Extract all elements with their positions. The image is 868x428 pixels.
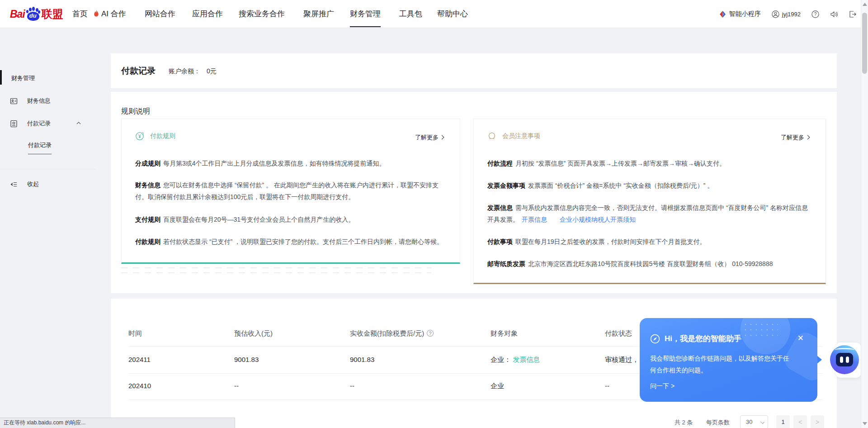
user-icon [772,10,779,18]
note-item: 发票金额事项发票票面 “价税合计” 金额=系统中 “实收金额（扣除税费后/元）”… [487,180,813,191]
compass-icon [650,334,660,344]
cell-estimated: -- [234,382,239,390]
nav-item-search[interactable]: 搜索业务合作 [239,0,285,28]
chevron-right-icon [440,135,444,140]
cell-object: 企业： 发票信息 [491,356,540,364]
collapse-sidebar-button[interactable]: 收起 [0,177,111,191]
note-item: 付款事项联盟在每月19日之后签收的发票，付款时间安排在下个月首批支付。 [487,236,813,247]
page-size-label: 每页条数 [706,418,730,427]
vertical-scrollbar[interactable] [861,0,868,428]
cell-time: 202411 [128,356,151,363]
active-indicator [0,70,2,85]
finance-info-icon [10,97,18,105]
mini-program-label: 智能小程序 [729,10,761,18]
next-page-button[interactable]: > [811,415,824,428]
nav-item-help[interactable]: 帮助中心 [437,0,468,28]
help-icon[interactable]: ? [811,10,819,18]
rule-item: 付款规则若付款状态显示 “已支付” ，说明联盟已安排了您的付款。支付后三个工作日… [135,236,447,247]
payment-record-icon [10,120,18,128]
watermark-dashes [121,267,431,268]
sidebar: 财务管理 财务信息 付款记录 付款记录 收起 [0,28,111,428]
chevron-up-icon [76,120,81,126]
nav-item-finance[interactable]: 财务管理 [350,0,381,28]
mini-program-entry[interactable]: 智能小程序 [719,10,761,18]
rule-item: 财务信息您可以在财务信息中选择 “保留付款” 。 在此期间您产生的收入将在账户内… [135,179,447,203]
sidebar-item-finance-management[interactable]: 财务管理 [0,71,111,85]
svg-text:?: ? [814,12,817,17]
col-estimated: 预估收入(元) [234,329,273,338]
chevron-right-icon [806,135,810,140]
page-number-1[interactable]: 1 [776,415,790,428]
sidebar-item-payment-record[interactable]: 付款记录 [0,117,111,130]
scroll-up-arrow[interactable] [863,3,867,6]
baidu-paw-icon: du [26,6,41,22]
rules-panel: 规则说明 付款规则 了解更多 分成规则每月第3或4个工作日产出上月分成信息及发票… [111,92,837,293]
cell-time: 202410 [128,382,151,390]
logo-text-union: 联盟 [42,7,63,21]
total-count: 共 2 条 [675,418,693,427]
payment-rules-card: 付款规则 了解更多 分成规则每月第3或4个工作日产出上月分成信息及发票信息，如有… [121,119,460,264]
nav-item-toolkit[interactable]: 工具包 [399,0,422,28]
payment-rules-more-link[interactable]: 了解更多 [415,133,443,142]
logo-text-du: du [29,12,37,19]
question-circle-icon[interactable]: ? [427,330,434,337]
scrollbar-thumb[interactable] [862,13,867,74]
col-status: 付款状态 [605,329,632,338]
invoice-info-link[interactable]: 开票信息 [522,216,547,223]
close-icon[interactable]: ✕ [797,333,804,343]
assistant-title: Hi，我是您的智能助手 [665,333,741,344]
balance-value: 0元 [207,67,217,75]
small-taxpayer-notice-link[interactable]: 企业小规模纳税人开票须知 [560,216,636,223]
logo-text-bai: Bai [10,8,25,20]
ask-link[interactable]: 问一下 > [650,382,675,390]
cell-actual: -- [350,382,354,390]
nav-item-website[interactable]: 网站合作 [145,0,175,28]
cell-status: 审核通过， [605,356,639,364]
assistant-popup: Hi，我是您的智能助手 ✕ 我会帮助您诊断合作链路问题，以及解答您关于任何合作相… [640,318,817,402]
collapse-icon [10,181,18,188]
payment-rules-icon [135,132,144,141]
page-header-panel: 付款记录 账户余额：0元 [111,53,837,88]
nav-item-app[interactable]: 应用合作 [192,0,223,28]
col-time: 时间 [128,329,142,338]
scroll-down-arrow[interactable] [863,422,867,425]
note-item: 发票信息需与系统内发票信息内容完全一致，否则无法支付。请根据发票信息页面中 “百… [487,202,813,225]
invoice-info-table-link[interactable]: 发票信息 [513,356,540,363]
speaker-icon[interactable] [830,10,838,18]
nav-item-screen[interactable]: 聚屏推广 [303,0,334,28]
assistant-robot-button[interactable] [830,345,859,374]
cell-actual: 9001.83 [350,356,374,363]
rule-item: 分成规则每月第3或4个工作日产出上月分成信息及发票信息，如有特殊情况将提前通知。 [135,157,447,169]
username: jyj1992 [782,11,801,18]
sidebar-item-finance-info[interactable]: 财务信息 [0,94,111,108]
rule-item: 支付规则百度联盟会在每月20号—31号支付企业会员上个自然月产生的收入。 [135,214,447,225]
prev-page-button[interactable]: < [793,415,807,428]
note-item: 付款流程月初按 “发票信息” 页面开具发票→上传发票→邮寄发票→审核→确认支付。 [487,157,813,169]
logout-icon[interactable] [849,10,856,18]
popup-decoration-dots [743,322,778,340]
cell-status: -- [605,382,609,390]
browser-status-bar: 正在等待 xlab.baidu.com 的响应... [0,418,235,428]
note-item: 邮寄纸质发票北京市海淀区西北旺东路10号院百度科技园5号楼 百度联盟财务组（收）… [487,258,813,270]
top-nav: Bai du 联盟 首页 AI 合作 网站合作 应用合作 搜索业务合作 聚屏推广… [0,0,868,28]
robot-face [836,353,853,366]
nav-item-ai[interactable]: AI 合作 [93,0,126,28]
flame-icon [93,10,99,17]
cell-object: 企业 [491,382,504,390]
member-notes-card-title: 会员注意事项 [502,132,540,140]
member-notes-more-link[interactable]: 了解更多 [781,133,809,142]
chevron-down-icon [760,420,764,424]
cell-estimated: 9001.83 [234,356,259,363]
watermark-dashes [121,272,431,273]
sidebar-subitem-payment-record[interactable]: 付款记录 [28,141,52,154]
member-notes-card: 会员注意事项 了解更多 付款流程月初按 “发票信息” 页面开具发票→上传发票→邮… [473,119,826,284]
payment-rules-card-title: 付款规则 [150,132,175,140]
nav-item-home[interactable]: 首页 [72,0,88,28]
baidu-union-logo[interactable]: Bai du 联盟 [10,5,63,23]
page-title: 付款记录 [121,65,156,77]
robot-highlight [835,348,854,352]
sidebar-divider [0,169,96,169]
page-size-select[interactable]: 30 [740,415,768,428]
user-account[interactable]: jyj1992 [772,10,801,18]
member-notes-icon [487,132,496,141]
